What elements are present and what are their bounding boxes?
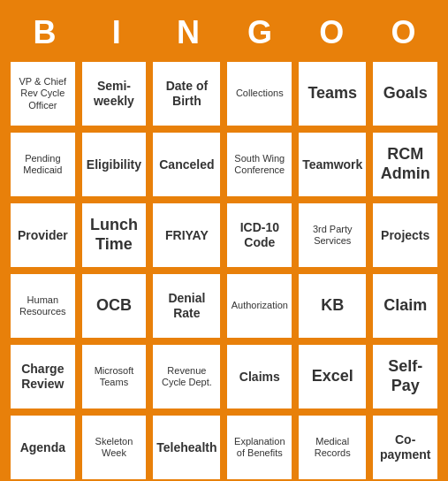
bingo-cell[interactable]: Canceled bbox=[151, 131, 222, 198]
bingo-cell[interactable]: Excel bbox=[297, 343, 368, 410]
header-letter-G: G bbox=[224, 9, 295, 57]
header-letter-N: N bbox=[152, 9, 224, 57]
bingo-cell[interactable]: Self-Pay bbox=[371, 343, 439, 410]
bingo-cell[interactable]: Denial Rate bbox=[151, 272, 222, 340]
bingo-cell[interactable]: Lunch Time bbox=[80, 202, 148, 269]
bingo-cell[interactable]: Microsoft Teams bbox=[80, 343, 148, 410]
bingo-cell[interactable]: Eligibility bbox=[80, 131, 148, 198]
bingo-cell[interactable]: Provider bbox=[9, 202, 77, 269]
bingo-cell[interactable]: Authorization bbox=[225, 272, 293, 340]
bingo-cell[interactable]: Collections bbox=[225, 60, 293, 127]
bingo-cell[interactable]: RCM Admin bbox=[371, 131, 439, 198]
bingo-cell[interactable]: 3rd Party Services bbox=[297, 202, 368, 269]
bingo-cell[interactable]: Claim bbox=[371, 272, 439, 340]
header-letter-O: O bbox=[296, 9, 368, 57]
bingo-cell[interactable]: Medical Records bbox=[297, 414, 368, 481]
header-letter-B: B bbox=[9, 9, 80, 57]
bingo-cell[interactable]: Claims bbox=[225, 343, 293, 410]
bingo-cell[interactable]: Date of Birth bbox=[151, 60, 222, 127]
bingo-header: BINGOO bbox=[9, 9, 439, 57]
bingo-cell[interactable]: Explanation of Benefits bbox=[225, 414, 293, 481]
bingo-cell[interactable]: Teams bbox=[297, 60, 368, 127]
bingo-cell[interactable]: ICD-10 Code bbox=[225, 202, 293, 269]
bingo-card: BINGOO VP & Chief Rev Cycle OfficerSemi-… bbox=[0, 0, 448, 481]
bingo-cell[interactable]: Agenda bbox=[9, 414, 77, 481]
header-letter-O: O bbox=[368, 9, 439, 57]
header-letter-I: I bbox=[80, 9, 152, 57]
bingo-cell[interactable]: Skeleton Week bbox=[80, 414, 148, 481]
bingo-cell[interactable]: OCB bbox=[80, 272, 148, 340]
bingo-cell[interactable]: FRIYAY bbox=[151, 202, 222, 269]
bingo-cell[interactable]: Goals bbox=[371, 60, 439, 127]
bingo-cell[interactable]: Revenue Cycle Dept. bbox=[151, 343, 222, 410]
bingo-cell[interactable]: Pending Medicaid bbox=[9, 131, 77, 198]
bingo-cell[interactable]: Semi-weekly bbox=[80, 60, 148, 127]
bingo-cell[interactable]: Telehealth bbox=[151, 414, 222, 481]
bingo-cell[interactable]: South Wing Conference bbox=[225, 131, 293, 198]
bingo-cell[interactable]: KB bbox=[297, 272, 368, 340]
bingo-cell[interactable]: Charge Review bbox=[9, 343, 77, 410]
bingo-cell[interactable]: VP & Chief Rev Cycle Officer bbox=[9, 60, 77, 127]
bingo-cell[interactable]: Co-payment bbox=[371, 414, 439, 481]
bingo-cell[interactable]: Teamwork bbox=[297, 131, 368, 198]
bingo-cell[interactable]: Projects bbox=[371, 202, 439, 269]
bingo-grid: VP & Chief Rev Cycle OfficerSemi-weeklyD… bbox=[9, 60, 439, 481]
bingo-cell[interactable]: Human Resources bbox=[9, 272, 77, 340]
